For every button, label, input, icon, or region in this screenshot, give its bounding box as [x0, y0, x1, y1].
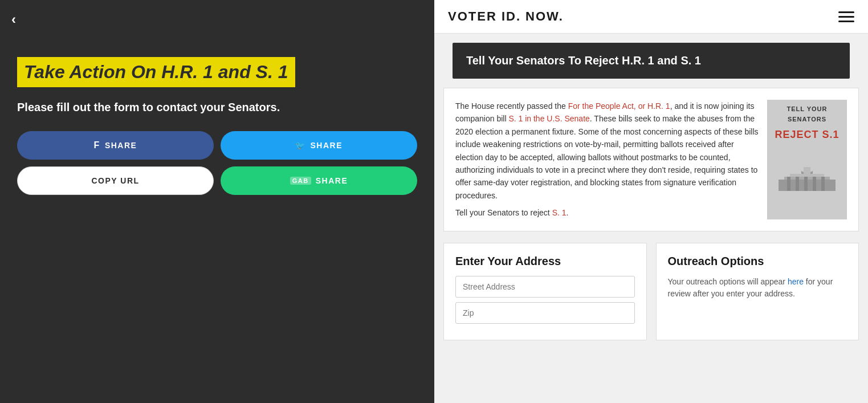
link-s1: S. 1 in the U.S. Senate	[508, 114, 589, 123]
action-banner: Tell Your Senators To Reject H.R. 1 and …	[453, 43, 850, 79]
menu-line-1	[838, 11, 854, 13]
building-graphic	[773, 145, 841, 191]
call-to-action-text: Tell your Senators to reject S. 1.	[455, 206, 760, 219]
facebook-icon	[94, 140, 100, 150]
site-title: VOTER ID. NOW.	[448, 9, 564, 24]
headline-box: Take Action On H.R. 1 and S. 1	[17, 57, 295, 87]
site-header: VOTER ID. NOW.	[434, 0, 868, 34]
twitter-share-button[interactable]: 🐦 SHARE	[221, 131, 417, 160]
left-panel: ‹ Take Action On H.R. 1 and S. 1 Please …	[0, 0, 434, 403]
share-buttons-group: SHARE 🐦 SHARE COPY URL gab SHARE	[17, 131, 417, 195]
article-box: The House recently passed the For the Pe…	[443, 88, 859, 231]
outreach-body: Your outreach options will appear here f…	[668, 276, 847, 300]
menu-line-3	[838, 21, 854, 22]
outreach-here-link: here	[788, 277, 804, 286]
page-subtitle: Please fill out the form to contact your…	[17, 101, 417, 114]
outreach-box: Outreach Options Your outreach options w…	[656, 243, 859, 340]
menu-button[interactable]	[838, 11, 854, 22]
form-section: Enter Your Address Outreach Options Your…	[434, 243, 868, 349]
link-for-people-act: For the People Act, or H.R. 1	[568, 101, 670, 111]
svg-rect-7	[813, 177, 816, 191]
zip-input[interactable]	[455, 302, 635, 324]
street-address-input[interactable]	[455, 276, 635, 298]
twitter-icon: 🐦	[295, 141, 306, 150]
gab-icon: gab	[290, 177, 311, 185]
article-body: The House recently passed the For the Pe…	[455, 100, 760, 202]
outreach-title: Outreach Options	[668, 255, 847, 268]
facebook-share-label: SHARE	[105, 141, 137, 150]
side-image-banner: TELL YOUR SENATORS REJECT S.1	[767, 100, 847, 219]
banner-text: Tell Your Senators To Reject H.R. 1 and …	[466, 54, 701, 67]
gab-share-label: SHARE	[316, 176, 348, 185]
side-image-text-big: REJECT S.1	[775, 127, 839, 143]
copy-url-label: COPY URL	[91, 176, 139, 185]
copy-url-button[interactable]: COPY URL	[17, 166, 214, 195]
page-title: Take Action On H.R. 1 and S. 1	[24, 62, 288, 83]
svg-rect-4	[787, 177, 790, 191]
side-image-text-top: TELL YOUR SENATORS	[772, 104, 842, 124]
address-form-box: Enter Your Address	[443, 243, 647, 340]
svg-rect-10	[804, 167, 810, 174]
twitter-share-label: SHARE	[310, 141, 343, 150]
svg-rect-6	[804, 177, 808, 191]
back-button[interactable]: ‹	[11, 11, 16, 27]
svg-rect-8	[821, 177, 825, 191]
article-text: The House recently passed the For the Pe…	[455, 100, 760, 219]
link-reject-s1: S. 1	[552, 208, 567, 217]
svg-rect-5	[796, 177, 799, 191]
address-form-title: Enter Your Address	[455, 255, 635, 268]
gab-share-button[interactable]: gab SHARE	[221, 166, 417, 195]
menu-line-2	[838, 16, 854, 18]
right-panel: VOTER ID. NOW. Tell Your Senators To Rej…	[434, 0, 868, 403]
facebook-share-button[interactable]: SHARE	[17, 131, 214, 160]
